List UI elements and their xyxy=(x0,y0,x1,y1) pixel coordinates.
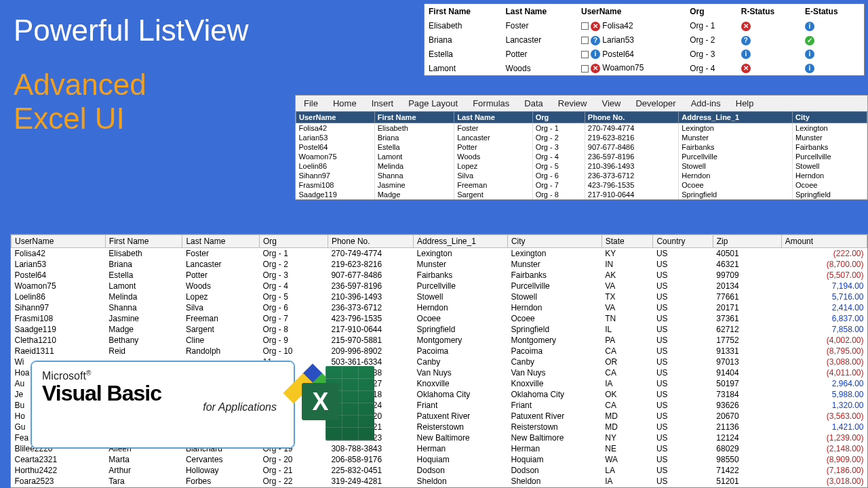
status-col-lastname[interactable]: Last Name xyxy=(502,4,577,19)
main-col-firstname[interactable]: First Name xyxy=(105,235,182,248)
table-row[interactable]: Sihann97ShannaSilvaOrg - 6236-373-6712He… xyxy=(12,302,867,313)
headline-2: Advanced Excel UI xyxy=(14,68,146,136)
mini-col[interactable]: Phone No. xyxy=(585,112,678,123)
main-col-phoneno[interactable]: Phone No. xyxy=(328,235,413,248)
headline-2b: Excel UI xyxy=(14,102,146,136)
checkbox[interactable] xyxy=(581,37,589,44)
mini-col[interactable]: Address_Line_1 xyxy=(679,112,793,123)
mini-row[interactable]: Folisa42ElisabethFosterOrg - 1270-749-47… xyxy=(296,123,867,134)
ribbon-tab-review[interactable]: Review xyxy=(558,98,587,108)
table-row[interactable]: Larian53BrianaLancasterOrg - 2219-623-82… xyxy=(12,259,867,270)
ribbon-tab-help[interactable]: Help xyxy=(736,98,754,108)
r-status-icon: ✕ xyxy=(741,64,751,73)
ribbon-tab-view[interactable]: View xyxy=(601,98,620,108)
status-col-org[interactable]: Org xyxy=(686,4,737,19)
main-col-lastname[interactable]: Last Name xyxy=(182,235,260,248)
table-row[interactable]: Frasmi108JasmineFreemanOrg - 7423-796-15… xyxy=(12,313,867,324)
status-col-e-status[interactable]: E-Status xyxy=(801,4,864,19)
status-icon: ✕ xyxy=(591,64,600,73)
headline-2a: Advanced xyxy=(14,68,146,101)
status-col-firstname[interactable]: First Name xyxy=(425,4,502,19)
mini-col[interactable]: Org xyxy=(532,112,585,123)
ribbon-tab-developer[interactable]: Developer xyxy=(635,98,675,108)
mini-col[interactable]: City xyxy=(793,112,867,123)
ribbon-tab-home[interactable]: Home xyxy=(333,98,357,108)
status-col-username[interactable]: UserName xyxy=(577,4,686,19)
mini-row[interactable]: Larian53BrianaLancasterOrg - 2219-623-82… xyxy=(296,133,867,142)
status-row[interactable]: BrianaLancaster? Larian53Org - 2?✓ xyxy=(425,33,864,47)
ribbon-tab-insert[interactable]: Insert xyxy=(372,98,394,108)
table-row[interactable]: Woamon75LamontWoodsOrg - 4236-597-8196Pu… xyxy=(12,281,867,291)
status-icon: ? xyxy=(591,36,600,45)
main-col-state[interactable]: State xyxy=(601,235,653,248)
ribbon-tabs: FileHomeInsertPage LayoutFormulasDataRev… xyxy=(296,96,867,111)
main-col-city[interactable]: City xyxy=(507,235,601,248)
main-col-zip[interactable]: Zip xyxy=(713,235,781,248)
mini-row[interactable]: Saadge119MadgeSargentOrg - 8217-910-0644… xyxy=(296,190,867,199)
ribbon-tab-data[interactable]: Data xyxy=(524,98,542,108)
ribbon-tab-add-ins[interactable]: Add-ins xyxy=(691,98,721,108)
table-row[interactable]: Foara2523TaraForbesOrg - 22319-249-4281S… xyxy=(12,476,867,487)
e-status-icon: ✓ xyxy=(805,36,814,45)
r-status-icon: ✕ xyxy=(741,22,751,31)
checkbox[interactable] xyxy=(581,22,589,30)
checkbox[interactable] xyxy=(581,51,589,58)
table-row[interactable]: Loelin86MelindaLopezOrg - 5210-396-1493S… xyxy=(12,291,867,302)
e-status-icon: i xyxy=(805,49,814,59)
table-row[interactable]: Folisa42ElisabethFosterOrg - 1270-749-47… xyxy=(12,248,867,260)
main-col-amount[interactable]: Amount xyxy=(781,235,867,248)
ribbon-tab-formulas[interactable]: Formulas xyxy=(473,98,509,108)
excel-window: FileHomeInsertPage LayoutFormulasDataRev… xyxy=(295,95,868,200)
ribbon-tab-file[interactable]: File xyxy=(304,98,318,108)
mini-col[interactable]: Last Name xyxy=(454,112,532,123)
status-icon: i xyxy=(591,49,600,59)
e-status-icon: i xyxy=(805,22,814,31)
main-col-addressline1[interactable]: Address_Line_1 xyxy=(414,235,508,248)
main-col-org[interactable]: Org xyxy=(259,235,328,248)
excel-x-icon: X xyxy=(302,383,339,420)
main-col-country[interactable]: Country xyxy=(653,235,713,248)
status-row[interactable]: ElisabethFoster✕ Folisa42Org - 1✕i xyxy=(425,19,864,33)
e-status-icon: i xyxy=(805,64,814,73)
status-col-r-status[interactable]: R-Status xyxy=(737,4,801,19)
mini-row[interactable]: Frasmi108JasmineFreemanOrg - 7423-796-15… xyxy=(296,180,867,190)
r-status-icon: ? xyxy=(741,36,751,45)
main-col-username[interactable]: UserName xyxy=(12,235,106,248)
status-icon: ✕ xyxy=(591,22,600,31)
table-row[interactable]: Cearta2321MartaCervantesOrg - 20206-858-… xyxy=(12,454,867,465)
headline-1: Powerful ListView xyxy=(14,14,248,47)
mini-col[interactable]: First Name xyxy=(374,112,454,123)
status-row[interactable]: LamontWoods✕ Woamon75Org - 4✕i xyxy=(425,61,864,75)
mini-row[interactable]: Loelin86MelindaLopezOrg - 5210-396-1493S… xyxy=(296,161,867,171)
table-row[interactable]: Raeid1311ReidRandolphOrg - 10209-996-890… xyxy=(12,346,867,357)
status-listview[interactable]: First NameLast NameUserNameOrgR-StatusE-… xyxy=(424,3,865,76)
vba-logo-badge: Microsoft® Visual Basic for Applications xyxy=(31,361,295,449)
mini-row[interactable]: Postel64EstellaPotterOrg - 3907-677-8486… xyxy=(296,142,867,152)
excel-logo: X xyxy=(302,359,376,447)
ribbon-tab-pagelayout[interactable]: Page Layout xyxy=(408,98,458,108)
mini-row[interactable]: Woamon75LamontWoodsOrg - 4236-597-8196Pu… xyxy=(296,152,867,161)
table-row[interactable]: Postel64EstellaPotterOrg - 3907-677-8486… xyxy=(12,270,867,281)
checkbox[interactable] xyxy=(581,65,589,73)
r-status-icon: i xyxy=(741,49,751,59)
table-row[interactable]: Cletha1210BethanyClineOrg - 9215-970-588… xyxy=(12,335,867,346)
table-row[interactable]: Horthu2422ArthurHollowayOrg - 21225-832-… xyxy=(12,465,867,476)
mini-col[interactable]: UserName xyxy=(296,112,375,123)
table-row[interactable]: Saadge119MadgeSargentOrg - 8217-910-0644… xyxy=(12,324,867,335)
mini-row[interactable]: Sihann97ShannaSilvaOrg - 6236-373-6712He… xyxy=(296,171,867,180)
status-row[interactable]: EstellaPotteri Postel64Org - 3ii xyxy=(425,47,864,62)
